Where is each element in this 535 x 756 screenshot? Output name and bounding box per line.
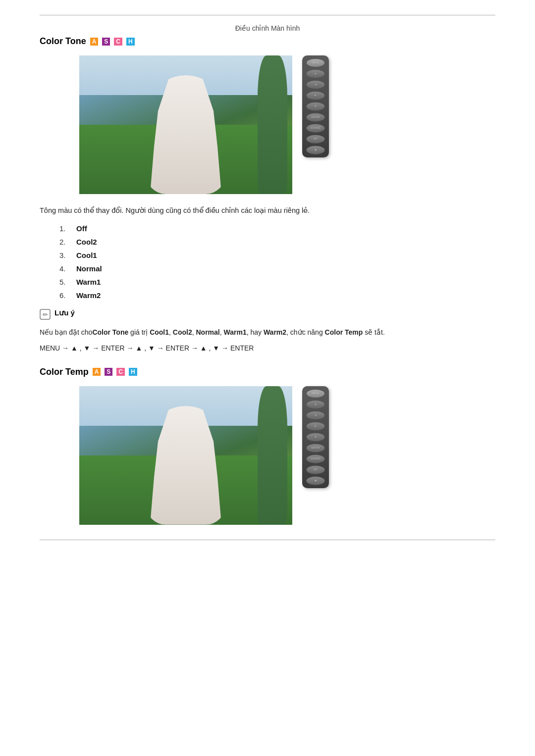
- remote-btn-down-2[interactable]: ▼: [306, 433, 325, 442]
- section2-image-remote: MENU ▲ ◄ ► ▼ ENTER SOURCE D/F: [79, 386, 495, 525]
- section2-title: Color Temp A S C H: [40, 367, 495, 377]
- item-num: 1.: [59, 224, 69, 233]
- badge-a-2: A: [93, 368, 101, 376]
- remote-btn-source-2[interactable]: SOURCE: [306, 454, 325, 463]
- remote-btn-right-2[interactable]: ►: [306, 422, 325, 431]
- remote-btn-df[interactable]: D/F: [306, 135, 325, 144]
- item-num: 4.: [59, 264, 69, 273]
- remote-btn-enter[interactable]: ENTER: [306, 113, 325, 122]
- item-num: 6.: [59, 291, 69, 300]
- remote-btn-down[interactable]: ▼: [306, 102, 325, 111]
- tree: [258, 55, 287, 194]
- list-item: 5. Warm1: [59, 278, 495, 286]
- section1-description: Tông màu có thể thay đổi. Người dùng cũn…: [40, 205, 495, 216]
- note-title: Lưu ý: [54, 308, 75, 317]
- section1-image: [79, 55, 292, 194]
- remote-btn-menu[interactable]: MENU: [306, 58, 325, 67]
- item-label-warm1: Warm1: [76, 278, 101, 286]
- note-icon: ✏: [40, 309, 51, 320]
- remote-control-1: MENU ▲ ◄ ► ▼ ENTER SOURCE D/F: [302, 55, 329, 157]
- remote-btn-df-2[interactable]: D/F: [306, 465, 325, 474]
- badge-a: A: [90, 38, 99, 46]
- item-list: 1. Off 2. Cool2 3. Cool1 4. Normal 5. Wa…: [59, 224, 495, 300]
- section1-title-text: Color Tone: [40, 36, 86, 47]
- badge-s-2: S: [105, 368, 112, 376]
- tree-2: [258, 386, 287, 525]
- page-container: Điều chỉnh Màn hình Color Tone A S C H M…: [0, 0, 535, 555]
- remote-btn-up-2[interactable]: ▲: [306, 400, 325, 409]
- remote-control-2: MENU ▲ ◄ ► ▼ ENTER SOURCE D/F: [302, 386, 329, 488]
- section2-title-text: Color Temp: [40, 367, 89, 377]
- list-item: 2. Cool2: [59, 238, 495, 246]
- menu-path: MENU → ▲ , ▼ → ENTER → ▲ , ▼ → ENTER → ▲…: [40, 344, 495, 352]
- item-label-warm2: Warm2: [76, 291, 101, 300]
- page-title: Điều chỉnh Màn hình: [40, 24, 495, 32]
- note-text: Nếu bạn đặt choColor Tone giá trị Cool1,…: [40, 327, 495, 338]
- item-num: 5.: [59, 278, 69, 286]
- remote-btn-left[interactable]: ◄: [306, 80, 325, 89]
- item-num: 3.: [59, 251, 69, 259]
- item-num: 2.: [59, 238, 69, 246]
- list-item: 3. Cool1: [59, 251, 495, 259]
- remote-btn-enter-2[interactable]: ENTER: [306, 444, 325, 453]
- remote-btn-power-2[interactable]: ◉: [306, 476, 325, 485]
- note-section: ✏ Lưu ý: [40, 308, 495, 320]
- remote-btn-left-2[interactable]: ◄: [306, 411, 325, 420]
- remote-btn-source[interactable]: SOURCE: [306, 124, 325, 133]
- section2-image: [79, 386, 292, 525]
- remote-btn-right[interactable]: ►: [306, 91, 325, 100]
- remote-btn-up[interactable]: ▲: [306, 69, 325, 78]
- list-item: 4. Normal: [59, 264, 495, 273]
- badge-c: C: [114, 38, 122, 46]
- item-label-off: Off: [76, 224, 87, 233]
- badge-h-2: H: [129, 368, 137, 376]
- top-divider: [40, 15, 495, 15]
- badge-h: H: [126, 38, 135, 46]
- badge-c-2: C: [116, 368, 125, 376]
- list-item: 1. Off: [59, 224, 495, 233]
- badge-s: S: [102, 38, 110, 46]
- remote-btn-menu-2[interactable]: MENU: [306, 389, 325, 398]
- bottom-divider: [40, 540, 495, 540]
- list-item: 6. Warm2: [59, 291, 495, 300]
- remote-btn-power[interactable]: ◉: [306, 146, 325, 154]
- section1-image-remote: MENU ▲ ◄ ► ▼ ENTER SOURCE D/F: [79, 55, 495, 194]
- item-label-normal: Normal: [76, 264, 102, 273]
- section1-title: Color Tone A S C H: [40, 36, 495, 47]
- item-label-cool2: Cool2: [76, 238, 97, 246]
- item-label-cool1: Cool1: [76, 251, 97, 259]
